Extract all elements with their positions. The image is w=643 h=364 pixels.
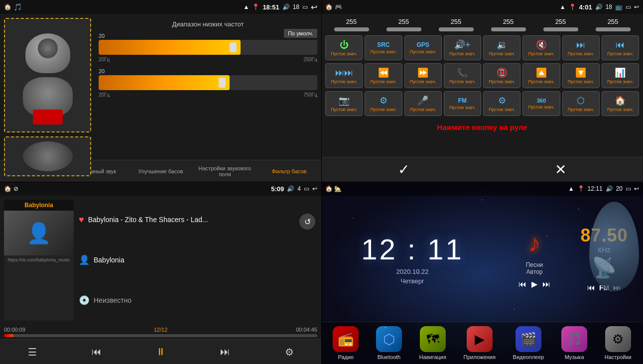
track-artist: Babylonia	[94, 256, 125, 264]
vol-track-4[interactable]	[491, 27, 526, 31]
vol-slider-3: 255	[439, 18, 474, 31]
radio-app-label: Радио	[338, 354, 354, 360]
vol-track-3[interactable]	[439, 27, 474, 31]
ctrl-camera[interactable]: 📷Пустое знач.	[325, 91, 363, 116]
progress-times: 00:00:09 12/12 00:04:45	[4, 327, 317, 333]
ctrl-rew[interactable]: ⏪Пустое знач.	[365, 63, 402, 88]
ctrl-gps[interactable]: GPSПустое знач.	[404, 35, 442, 60]
degree360-icon: 360	[537, 98, 546, 104]
app-settings[interactable]: ⚙ Настройки	[605, 326, 632, 360]
ctrl-settings[interactable]: ⚙Пустое знач.	[365, 91, 402, 116]
repeat-button[interactable]: ↺	[299, 214, 315, 230]
vol-up-icon: 🔊+	[454, 39, 471, 50]
ctrl-bluetooth[interactable]: ⬡Пустое знач.	[562, 91, 600, 116]
q4-back-icon[interactable]: ↩	[634, 185, 639, 192]
q3-back-icon[interactable]: ↩	[312, 185, 317, 192]
vol-val-5: 255	[555, 18, 566, 25]
preset-default-button[interactable]: По умолч.	[284, 29, 317, 38]
ctrl-vol-up[interactable]: 🔊+Пустое знач.	[444, 35, 481, 60]
app-radio[interactable]: 📻 Радио	[333, 326, 359, 360]
ctrl-360[interactable]: 360Пустое знач.	[522, 91, 560, 116]
ctrl-mic[interactable]: 🎤Пустое знач.	[404, 91, 442, 116]
progress-section: 00:00:09 12/12 00:04:45	[0, 325, 321, 339]
q2-back-icon[interactable]: ↩	[634, 3, 639, 10]
vol-track-6[interactable]	[596, 27, 631, 31]
slider2-handle[interactable]	[219, 78, 226, 88]
speaker-woofer	[23, 141, 73, 171]
ctrl-mute[interactable]: 🔇Пустое знач.	[522, 35, 560, 60]
vol-track-2[interactable]	[386, 27, 421, 31]
tab-soundfield[interactable]: Настройки звукового поля	[193, 160, 257, 182]
radio-prev-button[interactable]: ⏮	[587, 283, 595, 292]
ctrl-next-label: Пустое знач.	[568, 51, 594, 56]
fwd-icon: ⏩	[417, 67, 428, 78]
ctrl-power-label: Пустое знач.	[331, 51, 357, 56]
progress-fill	[4, 334, 13, 337]
steering-wheel-prompt: Нажмите кнопку на руле	[325, 123, 639, 131]
app-navigation[interactable]: 🗺 Навигация	[419, 326, 446, 360]
tab-bass-filter[interactable]: Фильтр басов	[257, 160, 321, 182]
eq-settings-button[interactable]: ⚙	[257, 340, 321, 364]
q4-time: 12:11	[588, 185, 603, 192]
favorite-icon[interactable]: ♥	[79, 215, 84, 225]
ctrl-src[interactable]: SRCПустое знач.	[365, 35, 402, 60]
playlist-button[interactable]: ☰	[0, 340, 64, 364]
cancel-button[interactable]: ✕	[555, 161, 566, 178]
ctrl-fwd-label: Пустое знач.	[410, 79, 436, 84]
ctrl-call-accept-label: Пустое знач.	[449, 79, 476, 84]
ctrl-call-accept[interactable]: 📞Пустое знач.	[444, 63, 481, 88]
camera-icon: 📷	[339, 95, 350, 106]
app-applications[interactable]: ▶ Приложения	[464, 326, 496, 360]
ctrl-eq[interactable]: 📊Пустое знач.	[602, 63, 639, 88]
ctrl-power[interactable]: ⏻Пустое знач.	[325, 35, 363, 60]
slider1-track[interactable]	[99, 40, 317, 55]
ctrl-vol-down[interactable]: 🔉Пустое знач.	[483, 35, 520, 60]
ctrl-next[interactable]: ⏭Пустое знач.	[562, 35, 600, 60]
home-day: Четверг	[400, 277, 424, 285]
ctrl-ff[interactable]: ⏭⏭Пустое знач.	[325, 63, 363, 88]
track-album: Неизвестно	[94, 296, 131, 304]
q3-status-bar: 🏠 ⊘ 5:09 🔊 4 ▭ ↩	[0, 182, 321, 196]
next-track-button[interactable]: ⏭	[193, 340, 257, 364]
vol-track-5[interactable]	[543, 27, 578, 31]
confirm-button[interactable]: ✓	[398, 161, 409, 178]
q3-cancel-icon: ⊘	[13, 185, 18, 192]
media-play-button[interactable]: ▶	[531, 279, 537, 289]
q2-volume-icon: 🔊	[595, 3, 603, 10]
settings-app-label: Настройки	[605, 354, 632, 360]
speaker-head	[25, 33, 70, 73]
q1-volume-value: 18	[293, 3, 299, 10]
q4-battery-icon: ▭	[626, 185, 631, 192]
vol-track-1[interactable]	[334, 27, 369, 31]
app-video[interactable]: 🎬 Видеоплеер	[513, 326, 544, 360]
ctrl-prev[interactable]: ⏮Пустое знач.	[602, 35, 639, 60]
vol-fill-3	[439, 27, 474, 31]
slider2-track[interactable]	[99, 75, 317, 90]
q3-volume-value: 4	[297, 185, 301, 192]
q2-signal-icon: ▲	[560, 3, 566, 10]
media-next-button[interactable]: ⏭	[542, 279, 550, 289]
prev-track-button[interactable]: ⏮	[64, 340, 129, 364]
ctrl-fwd[interactable]: ⏩Пустое знач.	[404, 63, 442, 88]
ctrl-call-end[interactable]: 📵Пустое знач.	[483, 63, 520, 88]
track-info: ♥ Babylonia - Zito & The Shacers - Lad..…	[79, 200, 317, 321]
tab-bass-boost[interactable]: Улучшение басов	[129, 160, 193, 182]
progress-bar[interactable]	[4, 334, 317, 337]
vol-val-3: 255	[451, 18, 462, 25]
pause-button[interactable]: ⏸	[129, 340, 193, 364]
ctrl-down[interactable]: 🔽Пустое знач.	[562, 63, 600, 88]
app-music[interactable]: 🎵 Музыка	[561, 326, 587, 360]
ctrl-home[interactable]: 🏠Пустое знач.	[602, 91, 639, 116]
ctrl-fm-label: Пустое знач.	[449, 105, 476, 110]
album-person-icon: 👤	[26, 222, 51, 245]
slider1-handle[interactable]	[230, 42, 237, 52]
bluetooth-icon: ⬡	[577, 95, 585, 106]
prev-icon: ⏮	[616, 40, 625, 50]
media-prev-button[interactable]: ⏮	[518, 279, 526, 289]
q1-back-icon[interactable]: ↩	[311, 2, 317, 12]
ctrl-up[interactable]: 🔼Пустое знач.	[522, 63, 560, 88]
ctrl-gear[interactable]: ⚙Пустое знач.	[483, 91, 520, 116]
app-bluetooth[interactable]: ⬡ Bluetooth	[376, 326, 402, 360]
ctrl-fm[interactable]: FMПустое знач.	[444, 91, 481, 116]
artist-icon: 👤	[79, 254, 90, 265]
